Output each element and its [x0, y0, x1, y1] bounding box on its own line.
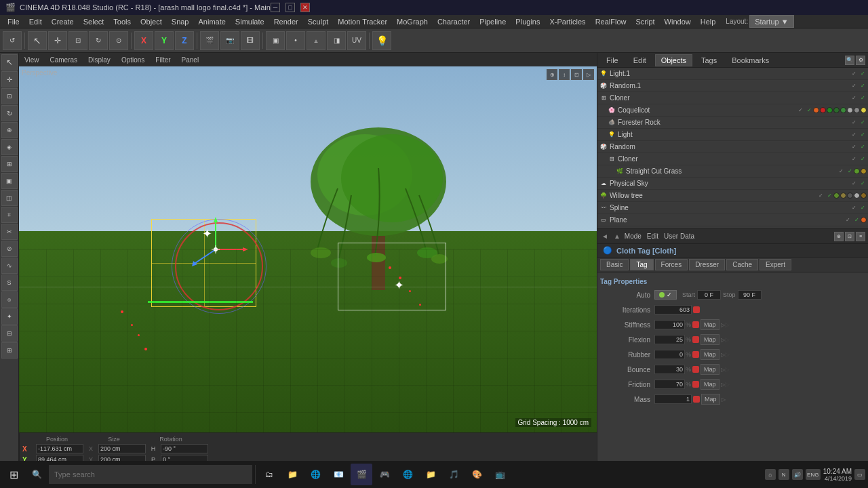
menu-character[interactable]: Character — [433, 15, 475, 28]
scale-left-tool[interactable]: ⊡ — [1, 88, 18, 104]
filter-menu[interactable]: Filter — [153, 56, 173, 64]
menu-window[interactable]: Window — [660, 15, 696, 28]
iterations-keyframe[interactable] — [693, 306, 700, 313]
points-mode-btn[interactable]: • — [286, 31, 305, 50]
object-row-9[interactable]: ☁ Physical Sky ✓ ✓ — [597, 178, 868, 190]
poly-mode-btn[interactable]: ◨ — [327, 31, 346, 50]
app7-taskbar[interactable]: 📺 — [489, 464, 511, 485]
obj-vis-13[interactable]: ✓ — [850, 228, 858, 229]
tool14[interactable]: S — [1, 274, 18, 291]
tool6[interactable]: ◈ — [1, 139, 18, 155]
x-size-input[interactable] — [98, 444, 146, 453]
obj-vis-11[interactable]: ✓ — [850, 204, 858, 212]
object-row-7[interactable]: ⊞ Cloner ✓ ✓ — [597, 153, 868, 165]
options-menu[interactable]: Options — [119, 56, 147, 64]
menu-file[interactable]: File — [3, 15, 24, 28]
obj-vis-0[interactable]: ✓ — [850, 70, 858, 78]
obj-check-10[interactable]: ✓ — [825, 192, 833, 200]
move-tool[interactable]: ✛ — [48, 31, 67, 50]
prop-icon3[interactable]: ≡ — [856, 232, 865, 241]
obj-check-5[interactable]: ✓ — [859, 131, 867, 139]
vp-nav-btn[interactable]: ⊕ — [547, 69, 557, 80]
menu-create[interactable]: Create — [47, 15, 79, 28]
display-menu[interactable]: Display — [85, 56, 113, 64]
render-btn[interactable]: 🎬 — [200, 31, 219, 50]
uv-mode-btn[interactable]: UV — [347, 31, 366, 50]
z-axis-btn[interactable]: Z — [175, 31, 194, 50]
tray-icon-eng[interactable]: ENG — [806, 469, 821, 480]
obj-check-1[interactable]: ✓ — [859, 82, 867, 90]
stop-input[interactable] — [738, 290, 762, 300]
panel-menu[interactable]: Panel — [179, 56, 202, 64]
stiffness-map-btn[interactable]: Map — [701, 319, 719, 330]
tray-icon-1[interactable]: ⌂ — [765, 469, 776, 480]
mass-keyframe[interactable] — [693, 396, 700, 403]
obj-vis-7[interactable]: ✓ — [850, 155, 858, 163]
object-row-8[interactable]: 🌿 Straight Cut Grass ✓ ✓ — [597, 165, 868, 178]
menu-object[interactable]: Object — [136, 15, 167, 28]
cameras-menu[interactable]: Cameras — [47, 56, 81, 64]
iterations-input[interactable] — [654, 305, 692, 314]
friction-keyframe[interactable] — [692, 381, 699, 388]
tool8[interactable]: ▣ — [1, 173, 18, 189]
tool15[interactable]: ⌾ — [1, 291, 18, 308]
explorer-btn[interactable]: 📁 — [281, 464, 303, 485]
tool16[interactable]: ✦ — [1, 308, 18, 325]
object-row-1[interactable]: 🎲 Random.1 ✓ ✓ — [597, 80, 868, 92]
view-menu[interactable]: View — [22, 56, 42, 64]
x-rot-input[interactable] — [161, 444, 208, 453]
obj-check-4[interactable]: ✓ — [859, 119, 867, 127]
objects-tab-objects[interactable]: Objects — [655, 54, 692, 66]
mass-input[interactable] — [654, 394, 692, 404]
vp-render-btn[interactable]: ▷ — [583, 69, 594, 80]
x-pos-input[interactable] — [36, 444, 83, 453]
rubber-map-btn[interactable]: Map — [701, 349, 719, 360]
menu-animate[interactable]: Animate — [194, 15, 231, 28]
tag-tab-tag[interactable]: Tag — [630, 259, 653, 270]
move-left-tool[interactable]: ✛ — [1, 71, 18, 87]
show-desktop-btn[interactable]: ▭ — [854, 469, 865, 480]
auto-checkbox[interactable]: ✓ — [654, 290, 677, 300]
app4-taskbar[interactable]: 📁 — [420, 464, 441, 485]
vp-zoom-btn[interactable]: ⊡ — [571, 69, 582, 80]
mail-btn[interactable]: 📧 — [328, 464, 349, 485]
render2-btn[interactable]: 📷 — [220, 31, 239, 50]
object-row-12[interactable]: ▭ Plane ✓ ✓ — [597, 214, 868, 226]
objects-tab-bookmarks[interactable]: Bookmarks — [726, 54, 775, 66]
tag-tab-forces[interactable]: Forces — [655, 259, 688, 270]
tool11[interactable]: ✂ — [1, 224, 18, 240]
obj-vis-9[interactable]: ✓ — [850, 180, 858, 188]
app6-taskbar[interactable]: 🎨 — [466, 464, 488, 485]
object-row-13[interactable]: 📷 Camera ✓ ✓ — [597, 226, 868, 228]
edges-mode-btn[interactable]: ⟁ — [307, 31, 326, 50]
obj-check-3[interactable]: ✓ — [805, 106, 813, 115]
menu-sculpt[interactable]: Sculpt — [303, 15, 334, 28]
obj-vis-5[interactable]: ✓ — [850, 131, 858, 139]
prop-userdata-label[interactable]: User Data — [664, 232, 694, 240]
flexion-input[interactable] — [654, 335, 685, 344]
tool7[interactable]: ⊞ — [1, 156, 18, 172]
menu-script[interactable]: Script — [631, 15, 659, 28]
tag-tab-cache[interactable]: Cache — [726, 259, 758, 270]
layout-dropdown[interactable]: Startup ▼ — [749, 15, 793, 28]
tray-icon-3[interactable]: 🔊 — [792, 469, 803, 480]
taskview-btn[interactable]: 🗂 — [258, 464, 280, 485]
obj-vis-6[interactable]: ✓ — [850, 143, 858, 151]
flexion-keyframe[interactable] — [692, 336, 699, 343]
bounce-map-btn[interactable]: Map — [701, 364, 719, 375]
object-row-10[interactable]: 🌳 Willow tree ✓ ✓ — [597, 190, 868, 202]
undo-button[interactable]: ↺ — [3, 31, 22, 50]
y-axis-btn[interactable]: Y — [155, 31, 174, 50]
obj-vis-10[interactable]: ✓ — [816, 192, 825, 200]
edge-btn[interactable]: 🌐 — [304, 464, 326, 485]
prop-nav-left[interactable]: ◄ — [600, 232, 610, 240]
obj-check-6[interactable]: ✓ — [859, 143, 867, 151]
menu-mograph[interactable]: MoGraph — [392, 15, 433, 28]
rotate-left-tool[interactable]: ↻ — [1, 105, 18, 121]
scale-tool[interactable]: ⊡ — [68, 31, 87, 50]
obj-vis-4[interactable]: ✓ — [850, 119, 858, 127]
tool17[interactable]: ⊟ — [1, 325, 18, 342]
menu-tools[interactable]: Tools — [108, 15, 136, 28]
bounce-input[interactable] — [654, 365, 685, 374]
select-tool[interactable]: ↖ — [28, 31, 47, 50]
